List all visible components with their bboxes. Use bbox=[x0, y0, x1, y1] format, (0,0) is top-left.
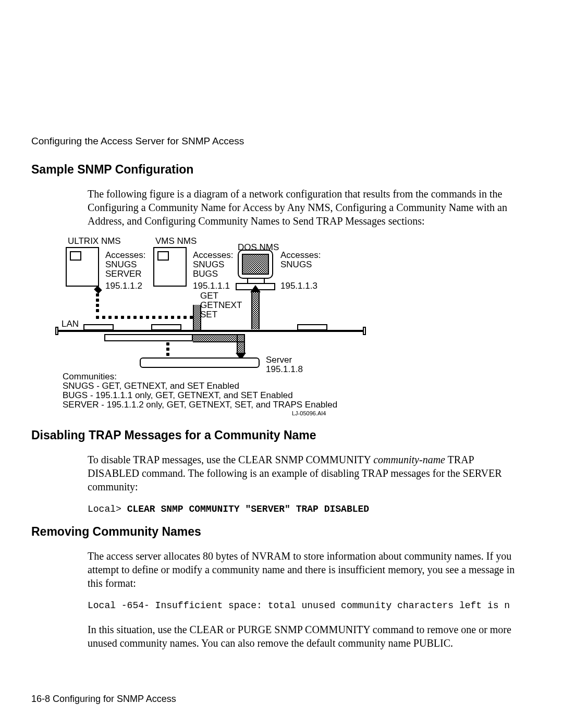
lan-tap-3 bbox=[297, 324, 327, 330]
arrow-vms-to-lan bbox=[193, 305, 201, 331]
dos-community-snugs: SNUGS bbox=[280, 260, 312, 270]
label-ultrix-nms: ULTRIX NMS bbox=[68, 236, 121, 246]
op-get: GET bbox=[200, 291, 218, 301]
arrow-lan-to-server-v bbox=[237, 334, 245, 354]
cable-knot bbox=[94, 286, 102, 294]
op-set: SET bbox=[200, 310, 217, 320]
dos-accesses-label: Accesses: bbox=[280, 250, 321, 261]
lan-endcap-left bbox=[55, 327, 58, 335]
para-sample-intro: The following figure is a diagram of a n… bbox=[88, 187, 516, 228]
ultrix-ip: 195.1.1.2 bbox=[105, 281, 142, 291]
para-removing-intro: The access server allocates 80 bytes of … bbox=[88, 549, 516, 590]
ultrix-community-snugs: SNUGS bbox=[105, 260, 137, 270]
arrowhead-up-dos bbox=[250, 285, 261, 292]
label-lan: LAN bbox=[62, 319, 79, 329]
text-community-name-arg: community-name bbox=[373, 454, 445, 465]
vms-accesses-label: Accesses: bbox=[193, 250, 233, 261]
lan-tap-2 bbox=[151, 324, 181, 330]
community-server: SERVER - 195.1.1.2 only, GET, GETNEXT, S… bbox=[63, 400, 337, 410]
para-removing-action: In this situation, use the CLEAR or PURG… bbox=[88, 623, 516, 650]
communities-heading: Communities: bbox=[63, 372, 117, 382]
lan-tap-1 bbox=[83, 324, 114, 330]
community-snugs: SNUGS - GET, GETNEXT, and SET Enabled bbox=[63, 381, 239, 391]
vms-box bbox=[153, 247, 187, 287]
code-disable-trap: Local> CLEAR SNMP COMMUNITY "SERVER" TRA… bbox=[88, 503, 516, 515]
dos-ip: 195.1.1.3 bbox=[280, 281, 317, 291]
network-diagram: ULTRIX NMS VMS NMS DOS NMS Accesses: SNU… bbox=[68, 237, 407, 417]
running-head: Configuring the Access Server for SNMP A… bbox=[31, 135, 516, 147]
lan-endcap-right bbox=[363, 327, 366, 335]
op-getnext: GETNEXT bbox=[200, 300, 242, 311]
code-insufficient-space: Local -654- Insufficient space: total un… bbox=[88, 599, 516, 612]
server-label: Server bbox=[266, 355, 292, 365]
vms-ip: 195.1.1.1 bbox=[193, 281, 230, 291]
text-disable-a: To disable TRAP messages, use the CLEAR … bbox=[88, 454, 373, 465]
ultrix-box bbox=[66, 247, 99, 287]
server-ip: 195.1.1.8 bbox=[266, 364, 303, 375]
code-command: CLEAR SNMP COMMUNITY "SERVER" TRAP DISAB… bbox=[127, 504, 369, 514]
dotted-run-1 bbox=[96, 311, 196, 314]
ultrix-community-server: SERVER bbox=[105, 269, 142, 279]
label-vms-nms: VMS NMS bbox=[155, 236, 197, 246]
dotted-drop-to-server bbox=[166, 342, 169, 358]
server-box bbox=[140, 357, 260, 368]
ultrix-accesses-label: Accesses: bbox=[105, 250, 145, 261]
heading-sample-snmp: Sample SNMP Configuration bbox=[31, 163, 516, 177]
vms-community-bugs: BUGS bbox=[193, 269, 218, 279]
figure-reference-id: LJ-05096.AI4 bbox=[292, 410, 326, 416]
arrow-up-dos bbox=[251, 290, 260, 329]
lan-tap-long bbox=[104, 334, 193, 341]
vms-community-snugs: SNUGS bbox=[193, 260, 224, 270]
heading-disabling-trap: Disabling TRAP Messages for a Community … bbox=[31, 428, 516, 442]
page-footer: 16-8 Configuring for SNMP Access bbox=[31, 694, 176, 705]
para-disabling-trap: To disable TRAP messages, use the CLEAR … bbox=[88, 453, 516, 493]
dos-monitor bbox=[238, 250, 273, 279]
community-bugs: BUGS - 195.1.1.1 only, GET, GETNEXT, and… bbox=[63, 390, 293, 401]
code-prompt: Local> bbox=[88, 504, 127, 514]
heading-removing-community: Removing Community Names bbox=[31, 525, 516, 539]
